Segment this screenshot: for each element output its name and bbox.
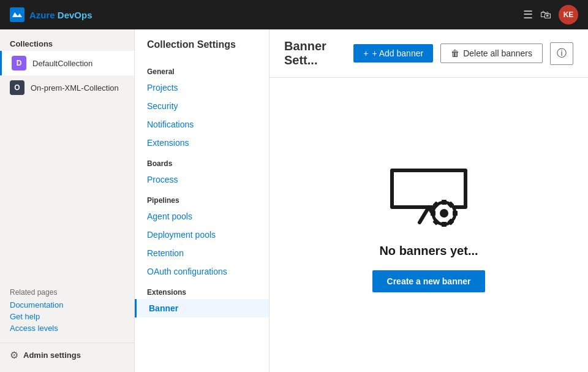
info-button[interactable]: ⓘ xyxy=(550,42,573,65)
collection-item-onprem[interactable]: O On-prem-XML-Collection xyxy=(0,75,134,100)
settings-nav-agent-pools[interactable]: Agent pools xyxy=(135,207,269,226)
app-title-devops: DevOps xyxy=(58,10,92,20)
svg-rect-6 xyxy=(442,200,447,205)
settings-list-icon[interactable]: ☰ xyxy=(523,8,533,21)
settings-nav-oauth[interactable]: OAuth configurations xyxy=(135,262,269,281)
create-new-banner-button[interactable]: Create a new banner xyxy=(372,270,486,292)
top-nav-left: Azure DevOps xyxy=(10,7,92,22)
azure-devops-logo xyxy=(10,7,24,22)
svg-rect-8 xyxy=(431,211,435,216)
access-levels-link[interactable]: Access levels xyxy=(10,324,124,333)
collection-avatar-default: D xyxy=(12,56,26,70)
app-title: Azure DevOps xyxy=(29,10,92,20)
settings-nav-projects[interactable]: Projects xyxy=(135,78,269,97)
info-icon: ⓘ xyxy=(557,48,567,58)
app-title-azure: Azure xyxy=(29,10,58,20)
page-title: Banner Sett... xyxy=(284,39,346,67)
section-label-general: General xyxy=(135,60,269,78)
settings-nav-banner[interactable]: Banner xyxy=(135,299,269,317)
add-banner-label: + Add banner xyxy=(372,48,423,58)
admin-settings-label: Admin settings xyxy=(23,351,81,360)
delete-all-banners-button[interactable]: 🗑 Delete all banners xyxy=(440,44,543,63)
section-label-pipelines: Pipelines xyxy=(135,189,269,207)
svg-point-5 xyxy=(440,209,448,218)
svg-marker-1 xyxy=(392,170,466,207)
delete-all-label: Delete all banners xyxy=(463,48,532,58)
settings-nav-process[interactable]: Process xyxy=(135,170,269,189)
collection-name-onprem: On-prem-XML-Collection xyxy=(31,83,119,93)
settings-nav-notifications[interactable]: Notifications xyxy=(135,115,269,134)
collections-title: Collections xyxy=(0,34,134,51)
add-banner-button[interactable]: + + Add banner xyxy=(353,44,433,63)
gear-icon: ⚙ xyxy=(10,349,18,361)
plus-icon: + xyxy=(363,48,368,58)
empty-state-illustration xyxy=(380,158,478,232)
sidebar-spacer xyxy=(0,100,134,281)
shopping-bag-icon[interactable]: 🛍 xyxy=(540,9,551,21)
get-help-link[interactable]: Get help xyxy=(10,312,124,321)
svg-rect-0 xyxy=(10,7,24,22)
trash-icon: 🗑 xyxy=(451,48,459,58)
collection-name-default: DefaultCollection xyxy=(32,59,92,68)
settings-nav-security[interactable]: Security xyxy=(135,97,269,115)
empty-state-text: No banners yet... xyxy=(379,244,478,258)
related-pages-section: Related pages Documentation Get help Acc… xyxy=(0,281,134,343)
settings-nav-deployment-pools[interactable]: Deployment pools xyxy=(135,226,269,244)
main-layout: Collections D DefaultCollection O On-pre… xyxy=(0,29,588,372)
top-nav-right: ☰ 🛍 KE xyxy=(523,5,578,25)
content-header: Banner Sett... + + Add banner 🗑 Delete a… xyxy=(270,29,588,78)
collection-item-default[interactable]: D DefaultCollection xyxy=(0,51,134,75)
user-avatar[interactable]: KE xyxy=(559,5,578,25)
admin-settings-item[interactable]: ⚙ Admin settings xyxy=(0,343,134,367)
main-content: Banner Sett... + + Add banner 🗑 Delete a… xyxy=(270,29,588,372)
collection-avatar-onprem: O xyxy=(10,80,24,95)
empty-state: No banners yet... Create a new banner xyxy=(270,78,588,372)
svg-rect-7 xyxy=(442,222,447,227)
top-nav: Azure DevOps ☰ 🛍 KE xyxy=(0,0,588,29)
settings-nav-extensions[interactable]: Extensions xyxy=(135,134,269,152)
settings-sidebar: Collection Settings General Projects Sec… xyxy=(135,29,270,372)
svg-line-2 xyxy=(420,207,429,222)
documentation-link[interactable]: Documentation xyxy=(10,300,124,309)
section-label-extensions: Extensions xyxy=(135,281,269,299)
settings-nav-retention[interactable]: Retention xyxy=(135,244,269,262)
collection-settings-title: Collection Settings xyxy=(135,39,269,60)
section-label-boards: Boards xyxy=(135,152,269,170)
related-pages-title: Related pages xyxy=(10,288,124,297)
collections-sidebar: Collections D DefaultCollection O On-pre… xyxy=(0,29,135,372)
svg-rect-9 xyxy=(453,211,458,216)
